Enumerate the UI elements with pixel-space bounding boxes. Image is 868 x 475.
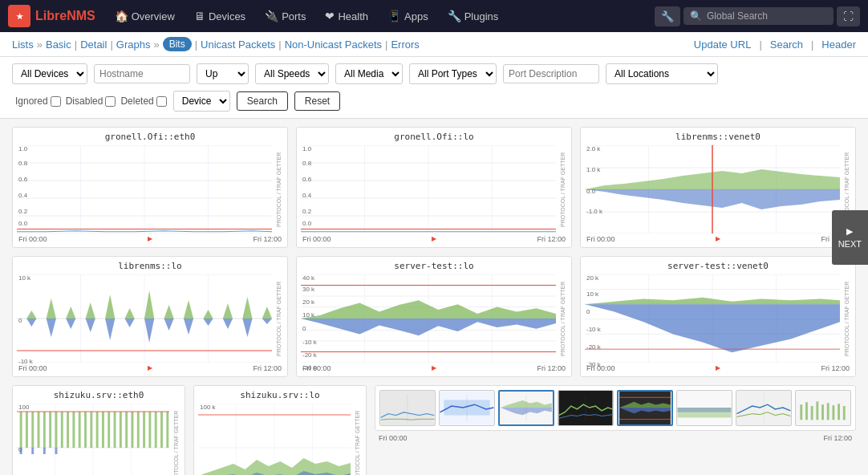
- graph-card-6[interactable]: server-test::venet0: [580, 256, 856, 377]
- svg-rect-83: [31, 412, 34, 448]
- breadcrumb-lists[interactable]: Lists: [12, 39, 34, 51]
- nav-health[interactable]: ❤ Health: [317, 5, 376, 27]
- graph-card-2[interactable]: gronell.Ofi::lo: [296, 127, 572, 248]
- thumbnail-7[interactable]: [736, 390, 792, 426]
- settings-button[interactable]: 🔧: [655, 6, 680, 26]
- svg-rect-106: [166, 412, 168, 448]
- svg-rect-91: [79, 412, 81, 448]
- update-url-link[interactable]: Update URL: [694, 39, 752, 51]
- logo-libre: Libre: [35, 9, 67, 22]
- locations-select[interactable]: All Locations: [606, 63, 718, 84]
- svg-rect-81: [20, 412, 22, 448]
- nav-plugins[interactable]: 🔧 Plugins: [440, 5, 507, 27]
- svg-rect-99: [125, 412, 128, 448]
- breadcrumb-bits-active[interactable]: Bits: [163, 37, 192, 51]
- speed-select[interactable]: All Speeds: [255, 63, 329, 84]
- device-group-select[interactable]: All Devices: [12, 63, 87, 84]
- thumbnail-4[interactable]: [558, 390, 614, 426]
- health-icon: ❤: [325, 10, 335, 22]
- nav-apps[interactable]: 📱 Apps: [379, 5, 436, 27]
- breadcrumb-actions: Update URL | Search | Header: [694, 39, 856, 51]
- fullscreen-button[interactable]: ⛶: [837, 6, 860, 26]
- devices-icon: 🖥: [194, 10, 205, 22]
- svg-rect-110: [55, 448, 58, 454]
- svg-rect-92: [84, 412, 87, 448]
- breadcrumb-unicast[interactable]: Unicast Packets: [201, 39, 275, 51]
- plugins-icon: 🔧: [448, 10, 461, 22]
- graph-card-4[interactable]: librenms::lo: [12, 256, 288, 377]
- nav-ports[interactable]: 🔌 Ports: [257, 5, 314, 27]
- thumbnail-1[interactable]: [379, 390, 436, 426]
- graph-inner-6: 20 k 10 k 0 -10 k -20 k -30 k PROTOCOL /…: [585, 274, 851, 363]
- deleted-label: Deleted: [120, 95, 166, 107]
- thumbnail-3[interactable]: [498, 390, 554, 426]
- row3: shizuku.srv::eth0: [12, 385, 856, 475]
- graph-title-6: server-test::venet0: [585, 261, 851, 271]
- graph-card-7[interactable]: shizuku.srv::eth0: [12, 385, 185, 475]
- breadcrumb-basic[interactable]: Basic: [46, 39, 71, 51]
- graph-inner-8: 100 k 0 PROTOCOL / TRAF GETTER: [198, 404, 362, 475]
- svg-rect-108: [31, 448, 34, 454]
- port-description-input[interactable]: [503, 64, 599, 83]
- graph-card-8[interactable]: shizuku.srv::lo: [193, 385, 367, 475]
- apps-icon: 📱: [387, 10, 401, 22]
- graph-area-1: 1.0 0.8 0.6 0.4 0.2 0.0: [17, 145, 272, 233]
- filter-bar: All Devices UpDownAll All Speeds All Med…: [0, 57, 868, 119]
- disabled-label: Disabled: [66, 95, 116, 107]
- nav-devices[interactable]: 🖥 Devices: [186, 5, 254, 27]
- graph-area-3: 2.0 k 1.0 k 0.0 -1.0 k: [585, 145, 840, 233]
- svg-rect-90: [72, 412, 75, 448]
- port-types-select[interactable]: All Port Types: [409, 63, 497, 84]
- header-link[interactable]: Header: [821, 39, 856, 51]
- graph-side-4: PROTOCOL / TRAF GETTER: [274, 274, 283, 363]
- thumbnail-6[interactable]: [676, 390, 732, 426]
- search-button[interactable]: Search: [237, 91, 288, 111]
- reset-button[interactable]: Reset: [294, 91, 340, 111]
- ignored-checkbox[interactable]: [51, 96, 61, 107]
- nav-overview[interactable]: 🏠 Overview: [107, 5, 183, 27]
- breadcrumb: Lists » Basic | Detail | Graphs » Bits |…: [12, 37, 420, 51]
- svg-rect-84: [38, 412, 40, 448]
- logo[interactable]: ★ LibreNMS: [8, 5, 95, 27]
- media-select[interactable]: All Media: [335, 63, 403, 84]
- graph-card-5[interactable]: server-test::lo: [296, 256, 572, 377]
- content-wrapper: gronell.Ofi::eth0: [12, 127, 856, 475]
- svg-rect-109: [43, 448, 46, 454]
- status-select[interactable]: UpDownAll: [197, 63, 249, 84]
- disabled-checkbox[interactable]: [105, 96, 116, 107]
- thumbnail-2[interactable]: [439, 390, 495, 426]
- breadcrumb-errors[interactable]: Errors: [391, 39, 419, 51]
- breadcrumb-detail[interactable]: Detail: [80, 39, 107, 51]
- graph-title-3: librenms::venet0: [585, 132, 851, 142]
- graph-inner-1: 1.0 0.8 0.6 0.4 0.2 0.0 PROTOCOL / TRAF …: [17, 145, 283, 233]
- search-link[interactable]: Search: [770, 39, 803, 51]
- svg-rect-95: [102, 412, 104, 448]
- breadcrumb-graphs[interactable]: Graphs: [116, 39, 151, 51]
- breadcrumb-non-unicast[interactable]: Non-Unicast Packets: [285, 39, 382, 51]
- graph-area-8: 100 k 0: [198, 404, 351, 475]
- graph-card-1[interactable]: gronell.Ofi::eth0: [12, 127, 288, 248]
- graph-grid-row2: librenms::lo: [12, 256, 856, 377]
- global-search-input[interactable]: [707, 10, 827, 22]
- graph-inner-3: 2.0 k 1.0 k 0.0 -1.0 k PROTOCOL / TRAF G…: [585, 145, 851, 233]
- graph-inner-7: 100 0 -100 PROTOCOL / TRAF GETTER: [17, 404, 180, 475]
- svg-rect-150: [821, 404, 824, 420]
- graph-card-3[interactable]: librenms::venet0: [580, 127, 856, 248]
- top-navigation: ★ LibreNMS 🏠 Overview 🖥 Devices 🔌 Ports …: [0, 0, 868, 32]
- thumbnail-section: Fri 00:00 Fri 12:00: [375, 385, 856, 444]
- graph-title-2: gronell.Ofi::lo: [301, 132, 567, 142]
- graph-side-7: PROTOCOL / TRAF GETTER: [171, 404, 180, 475]
- svg-rect-82: [26, 412, 28, 448]
- graph-side-5: PROTOCOL / TRAF GETTER: [558, 274, 567, 363]
- next-button[interactable]: ▶ NEXT: [832, 210, 868, 265]
- svg-rect-152: [832, 405, 834, 420]
- graph-bottom-3: Fri 00:00 ▶ Fri 12:00: [585, 235, 851, 243]
- hostname-input[interactable]: [94, 64, 190, 83]
- svg-rect-103: [148, 412, 151, 448]
- thumbnail-strip: [375, 385, 856, 431]
- deleted-checkbox[interactable]: [156, 96, 167, 107]
- type-select[interactable]: Device: [173, 91, 230, 112]
- thumbnail-8[interactable]: [795, 390, 851, 426]
- thumbnail-5[interactable]: [617, 390, 673, 426]
- svg-rect-153: [838, 404, 840, 420]
